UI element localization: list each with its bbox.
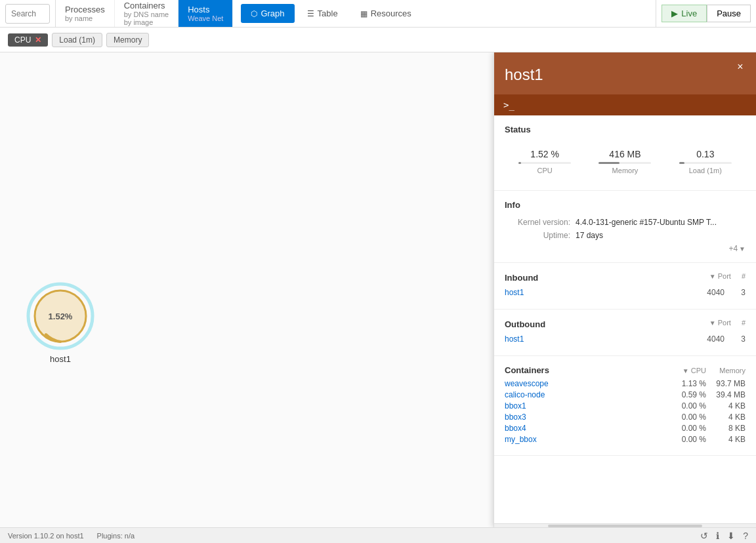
inbound-port-sort-icon: ▼ xyxy=(709,273,716,280)
container-link-weavescope[interactable]: weavescope xyxy=(505,379,667,388)
container-link-bbox1[interactable]: bbox1 xyxy=(505,401,667,411)
cpu-chip-remove[interactable]: ✕ xyxy=(35,35,41,45)
live-label: Live xyxy=(681,9,697,18)
panel-title: host1 xyxy=(505,66,746,84)
inbound-link-0[interactable]: host1 xyxy=(505,288,698,297)
tab-resources[interactable]: ▦ Resources xyxy=(350,4,421,23)
outbound-cols: ▼ Port # xyxy=(709,319,746,327)
panel-terminal-bar[interactable]: >_ xyxy=(494,94,756,115)
tab-table-label: Table xyxy=(318,9,338,18)
cpu-bar xyxy=(518,162,571,164)
memory-filter-chip[interactable]: Memory xyxy=(106,33,149,47)
outbound-row-0: host1 4040 3 xyxy=(505,334,746,344)
outbound-count-0: 3 xyxy=(732,334,746,344)
top-bar: Processes by name Containers by DNS name… xyxy=(0,0,756,28)
container-link-bbox3[interactable]: bbox3 xyxy=(505,412,667,422)
memory-value: 416 MB xyxy=(609,149,640,159)
panel-close-button[interactable]: × xyxy=(732,59,748,75)
status-memory: 416 MB Memory xyxy=(598,149,651,174)
outbound-link-0[interactable]: host1 xyxy=(505,334,698,344)
load-filter-chip[interactable]: Load (1m) xyxy=(52,33,102,47)
live-button[interactable]: ▶ Live xyxy=(662,5,707,22)
memory-metric-name: Memory xyxy=(612,167,639,174)
container-cpu-bbox3: 0.00 % xyxy=(667,412,706,422)
cpu-chip-label: CPU xyxy=(14,35,31,45)
nav-processes-sub: by name xyxy=(65,14,105,22)
container-mem-bbox3: 4 KB xyxy=(706,412,746,422)
host-circle-container: 1.52% xyxy=(26,282,94,350)
tab-table[interactable]: ☰ Table xyxy=(297,4,348,23)
container-row-weavescope: weavescope 1.13 % 93.7 MB xyxy=(505,379,746,388)
view-tabs: ⬡ Graph ☰ Table ▦ Resources xyxy=(233,0,656,27)
container-row-bbox3: bbox3 0.00 % 4 KB xyxy=(505,412,746,422)
inbound-port-col: ▼ Port xyxy=(709,272,731,280)
outbound-title: Outbound xyxy=(505,319,545,329)
outbound-port-col: ▼ Port xyxy=(709,319,731,327)
info-icon[interactable]: ℹ xyxy=(716,531,719,541)
filter-bar: CPU ✕ Load (1m) Memory xyxy=(0,28,756,52)
inbound-count-0: 3 xyxy=(732,288,746,297)
container-cpu-weavescope: 1.13 % xyxy=(667,379,706,388)
containers-cpu-sort-icon: ▼ xyxy=(682,367,689,374)
outbound-port-0: 4040 xyxy=(698,334,724,344)
memory-bar xyxy=(598,162,651,164)
status-metrics: 1.52 % CPU 416 MB Memory xyxy=(505,142,746,181)
nav-hosts-sub: Weave Net xyxy=(188,14,223,22)
inbound-cols: ▼ Port # xyxy=(709,272,746,280)
panel-header: host1 × xyxy=(494,52,756,94)
container-row-calico: calico-node 0.59 % 39.4 MB xyxy=(505,390,746,399)
nav-containers[interactable]: Containers by DNS name by image xyxy=(115,0,178,27)
nav-containers-sub2: by image xyxy=(124,18,169,26)
containers-header: Containers ▼ CPU Memory xyxy=(505,365,746,375)
containers-section: Containers ▼ CPU Memory weavescope 1.13 … xyxy=(494,356,756,456)
cpu-filter-chip[interactable]: CPU ✕ xyxy=(8,33,48,47)
outbound-count-col: # xyxy=(742,319,746,327)
uptime-label: Uptime: xyxy=(505,231,570,240)
help-icon[interactable]: ? xyxy=(743,531,748,541)
live-controls: ▶ Live Pause xyxy=(656,0,756,27)
status-section: Status 1.52 % CPU 416 MB xyxy=(494,115,756,191)
container-row-bbox4: bbox4 0.00 % 8 KB xyxy=(505,424,746,433)
cpu-value: 1.52 % xyxy=(530,149,559,159)
pause-button[interactable]: Pause xyxy=(707,5,751,22)
host-node-host1[interactable]: 1.52% host1 xyxy=(26,282,94,364)
load-chip-label: Load (1m) xyxy=(59,35,95,45)
download-icon[interactable]: ⬇ xyxy=(727,531,735,541)
kernel-value: 4.4.0-131-generic #157-Ubuntu SMP T... xyxy=(576,218,746,227)
outbound-section: Outbound ▼ Port # host1 4040 3 xyxy=(494,310,756,356)
container-cpu-bbox1: 0.00 % xyxy=(667,401,706,411)
tab-resources-label: Resources xyxy=(371,9,411,18)
kernel-label: Kernel version: xyxy=(505,218,570,227)
tab-graph-label: Graph xyxy=(261,9,284,18)
memory-bar-fill xyxy=(598,162,620,164)
nav-hosts[interactable]: Hosts Weave Net xyxy=(178,0,233,27)
load-metric-name: Load (1m) xyxy=(689,167,722,174)
status-cpu: 1.52 % CPU xyxy=(518,149,571,174)
nav-processes-label: Processes xyxy=(65,5,105,14)
status-actions: ↺ ℹ ⬇ ? xyxy=(700,531,748,541)
play-icon: ▶ xyxy=(671,9,678,18)
expand-info-link[interactable]: +4 ▼ xyxy=(505,244,746,253)
inbound-port-0: 4040 xyxy=(698,288,724,297)
status-title: Status xyxy=(505,125,746,134)
panel-body[interactable]: Status 1.52 % CPU 416 MB xyxy=(494,115,756,523)
refresh-icon[interactable]: ↺ xyxy=(700,531,708,541)
tab-graph[interactable]: ⬡ Graph xyxy=(241,4,294,23)
inbound-count-col: # xyxy=(742,272,746,280)
container-link-mybbox[interactable]: my_bbox xyxy=(505,435,667,444)
nav-processes[interactable]: Processes by name xyxy=(56,0,115,27)
outbound-header: Outbound ▼ Port # xyxy=(505,319,746,329)
container-link-bbox4[interactable]: bbox4 xyxy=(505,424,667,433)
container-link-calico[interactable]: calico-node xyxy=(505,390,667,399)
main-canvas: 1.52% host1 host1 × >_ Status 1.52 % xyxy=(0,52,756,527)
nav-hosts-label: Hosts xyxy=(188,5,223,14)
nav-containers-sub1: by DNS name xyxy=(124,10,169,18)
search-input[interactable] xyxy=(5,4,50,24)
load-bar-fill xyxy=(679,162,684,164)
status-load: 0.13 Load (1m) xyxy=(679,149,732,174)
container-mem-weavescope: 93.7 MB xyxy=(706,379,746,388)
container-mem-calico: 39.4 MB xyxy=(706,390,746,399)
container-cpu-bbox4: 0.00 % xyxy=(667,424,706,433)
memory-chip-label: Memory xyxy=(114,35,142,45)
containers-title: Containers xyxy=(505,365,667,375)
